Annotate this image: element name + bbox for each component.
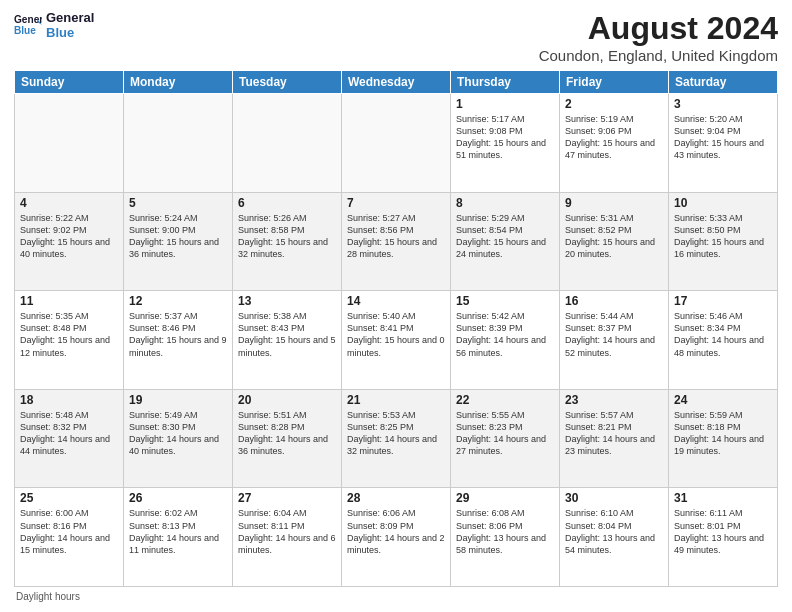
calendar-cell: 7Sunrise: 5:27 AMSunset: 8:56 PMDaylight… [342,192,451,291]
cell-info: Sunrise: 6:04 AMSunset: 8:11 PMDaylight:… [238,507,336,556]
day-number: 27 [238,491,336,505]
cell-info: Sunrise: 5:49 AMSunset: 8:30 PMDaylight:… [129,409,227,458]
day-number: 4 [20,196,118,210]
calendar-cell [233,94,342,193]
day-number: 31 [674,491,772,505]
calendar-cell: 5Sunrise: 5:24 AMSunset: 9:00 PMDaylight… [124,192,233,291]
calendar-cell [342,94,451,193]
cell-info: Sunrise: 5:37 AMSunset: 8:46 PMDaylight:… [129,310,227,359]
cell-info: Sunrise: 6:02 AMSunset: 8:13 PMDaylight:… [129,507,227,556]
calendar-cell: 8Sunrise: 5:29 AMSunset: 8:54 PMDaylight… [451,192,560,291]
day-number: 23 [565,393,663,407]
calendar-cell: 15Sunrise: 5:42 AMSunset: 8:39 PMDayligh… [451,291,560,390]
day-number: 21 [347,393,445,407]
calendar-cell: 24Sunrise: 5:59 AMSunset: 8:18 PMDayligh… [669,389,778,488]
col-header-wednesday: Wednesday [342,71,451,94]
calendar-cell: 29Sunrise: 6:08 AMSunset: 8:06 PMDayligh… [451,488,560,587]
cell-info: Sunrise: 6:06 AMSunset: 8:09 PMDaylight:… [347,507,445,556]
calendar-cell: 22Sunrise: 5:55 AMSunset: 8:23 PMDayligh… [451,389,560,488]
day-number: 2 [565,97,663,111]
header-row: SundayMondayTuesdayWednesdayThursdayFrid… [15,71,778,94]
cell-info: Sunrise: 5:20 AMSunset: 9:04 PMDaylight:… [674,113,772,162]
logo-icon: General Blue [14,11,42,39]
day-number: 9 [565,196,663,210]
cell-info: Sunrise: 6:11 AMSunset: 8:01 PMDaylight:… [674,507,772,556]
calendar-table: SundayMondayTuesdayWednesdayThursdayFrid… [14,70,778,587]
header: General Blue General Blue August 2024 Co… [14,10,778,64]
cell-info: Sunrise: 5:42 AMSunset: 8:39 PMDaylight:… [456,310,554,359]
cell-info: Sunrise: 5:19 AMSunset: 9:06 PMDaylight:… [565,113,663,162]
day-number: 30 [565,491,663,505]
week-row-3: 11Sunrise: 5:35 AMSunset: 8:48 PMDayligh… [15,291,778,390]
day-number: 16 [565,294,663,308]
calendar-cell: 18Sunrise: 5:48 AMSunset: 8:32 PMDayligh… [15,389,124,488]
calendar-cell: 14Sunrise: 5:40 AMSunset: 8:41 PMDayligh… [342,291,451,390]
day-number: 20 [238,393,336,407]
cell-info: Sunrise: 5:48 AMSunset: 8:32 PMDaylight:… [20,409,118,458]
day-number: 5 [129,196,227,210]
calendar-cell: 19Sunrise: 5:49 AMSunset: 8:30 PMDayligh… [124,389,233,488]
calendar-cell: 23Sunrise: 5:57 AMSunset: 8:21 PMDayligh… [560,389,669,488]
week-row-1: 1Sunrise: 5:17 AMSunset: 9:08 PMDaylight… [15,94,778,193]
calendar-cell: 27Sunrise: 6:04 AMSunset: 8:11 PMDayligh… [233,488,342,587]
calendar-cell [124,94,233,193]
calendar-cell: 11Sunrise: 5:35 AMSunset: 8:48 PMDayligh… [15,291,124,390]
day-number: 6 [238,196,336,210]
logo: General Blue General Blue [14,10,94,40]
calendar-cell: 9Sunrise: 5:31 AMSunset: 8:52 PMDaylight… [560,192,669,291]
day-number: 17 [674,294,772,308]
week-row-4: 18Sunrise: 5:48 AMSunset: 8:32 PMDayligh… [15,389,778,488]
cell-info: Sunrise: 5:27 AMSunset: 8:56 PMDaylight:… [347,212,445,261]
day-number: 7 [347,196,445,210]
title-block: August 2024 Coundon, England, United Kin… [539,10,778,64]
week-row-5: 25Sunrise: 6:00 AMSunset: 8:16 PMDayligh… [15,488,778,587]
cell-info: Sunrise: 6:10 AMSunset: 8:04 PMDaylight:… [565,507,663,556]
calendar-cell: 25Sunrise: 6:00 AMSunset: 8:16 PMDayligh… [15,488,124,587]
day-number: 24 [674,393,772,407]
calendar-cell: 13Sunrise: 5:38 AMSunset: 8:43 PMDayligh… [233,291,342,390]
day-number: 10 [674,196,772,210]
cell-info: Sunrise: 5:40 AMSunset: 8:41 PMDaylight:… [347,310,445,359]
col-header-saturday: Saturday [669,71,778,94]
cell-info: Sunrise: 5:26 AMSunset: 8:58 PMDaylight:… [238,212,336,261]
calendar-cell: 26Sunrise: 6:02 AMSunset: 8:13 PMDayligh… [124,488,233,587]
cell-info: Sunrise: 5:35 AMSunset: 8:48 PMDaylight:… [20,310,118,359]
col-header-monday: Monday [124,71,233,94]
cell-info: Sunrise: 5:31 AMSunset: 8:52 PMDaylight:… [565,212,663,261]
day-number: 22 [456,393,554,407]
cell-info: Sunrise: 6:08 AMSunset: 8:06 PMDaylight:… [456,507,554,556]
svg-text:Blue: Blue [14,25,36,36]
subtitle: Coundon, England, United Kingdom [539,47,778,64]
day-number: 13 [238,294,336,308]
calendar-cell: 4Sunrise: 5:22 AMSunset: 9:02 PMDaylight… [15,192,124,291]
calendar-cell: 10Sunrise: 5:33 AMSunset: 8:50 PMDayligh… [669,192,778,291]
calendar-cell: 31Sunrise: 6:11 AMSunset: 8:01 PMDayligh… [669,488,778,587]
cell-info: Sunrise: 5:51 AMSunset: 8:28 PMDaylight:… [238,409,336,458]
cell-info: Sunrise: 6:00 AMSunset: 8:16 PMDaylight:… [20,507,118,556]
col-header-friday: Friday [560,71,669,94]
day-number: 3 [674,97,772,111]
col-header-thursday: Thursday [451,71,560,94]
cell-info: Sunrise: 5:17 AMSunset: 9:08 PMDaylight:… [456,113,554,162]
cell-info: Sunrise: 5:44 AMSunset: 8:37 PMDaylight:… [565,310,663,359]
day-number: 29 [456,491,554,505]
col-header-tuesday: Tuesday [233,71,342,94]
cell-info: Sunrise: 5:38 AMSunset: 8:43 PMDaylight:… [238,310,336,359]
day-number: 11 [20,294,118,308]
day-number: 14 [347,294,445,308]
calendar-cell: 28Sunrise: 6:06 AMSunset: 8:09 PMDayligh… [342,488,451,587]
cell-info: Sunrise: 5:46 AMSunset: 8:34 PMDaylight:… [674,310,772,359]
day-number: 25 [20,491,118,505]
cell-info: Sunrise: 5:24 AMSunset: 9:00 PMDaylight:… [129,212,227,261]
cell-info: Sunrise: 5:22 AMSunset: 9:02 PMDaylight:… [20,212,118,261]
cell-info: Sunrise: 5:53 AMSunset: 8:25 PMDaylight:… [347,409,445,458]
day-number: 15 [456,294,554,308]
main-title: August 2024 [539,10,778,47]
week-row-2: 4Sunrise: 5:22 AMSunset: 9:02 PMDaylight… [15,192,778,291]
day-number: 26 [129,491,227,505]
cell-info: Sunrise: 5:33 AMSunset: 8:50 PMDaylight:… [674,212,772,261]
day-number: 8 [456,196,554,210]
calendar-cell: 3Sunrise: 5:20 AMSunset: 9:04 PMDaylight… [669,94,778,193]
calendar-cell: 21Sunrise: 5:53 AMSunset: 8:25 PMDayligh… [342,389,451,488]
day-number: 18 [20,393,118,407]
